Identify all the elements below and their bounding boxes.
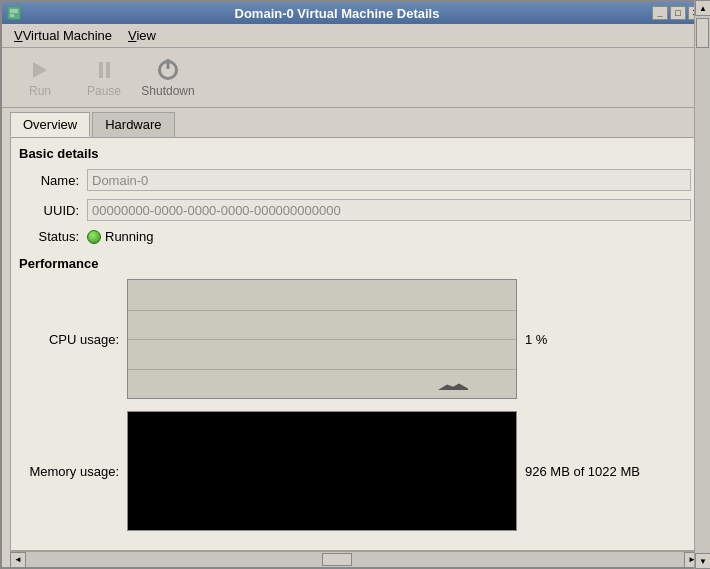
- pause-button[interactable]: Pause: [74, 54, 134, 102]
- main-panel: Basic details Name: UUID: Status: Runnin…: [10, 137, 700, 551]
- memory-chart: [127, 411, 517, 531]
- scroll-left-arrow[interactable]: ◄: [10, 552, 26, 568]
- hscroll-thumb[interactable]: [322, 553, 352, 566]
- pause-icon: [92, 58, 116, 82]
- content-area: Basic details Name: UUID: Status: Runnin…: [11, 138, 699, 550]
- name-field: [87, 169, 691, 191]
- window-title: Domain-0 Virtual Machine Details: [22, 6, 652, 21]
- horizontal-scrollbar[interactable]: ◄ ►: [10, 551, 700, 567]
- tabs-container: Overview Hardware: [2, 108, 708, 137]
- cpu-usage-row: CPU usage: 1 %: [19, 279, 691, 399]
- svg-rect-1: [10, 9, 18, 13]
- cpu-spike: [438, 382, 468, 390]
- restore-button[interactable]: □: [670, 6, 686, 20]
- tab-hardware[interactable]: Hardware: [92, 112, 174, 137]
- window-frame: Domain-0 Virtual Machine Details _ □ ✕ V…: [0, 0, 710, 569]
- status-label: Status:: [19, 229, 79, 244]
- toolbar: Run Pause Shutdown: [2, 48, 708, 108]
- hscroll-track[interactable]: [26, 552, 684, 567]
- minimize-button[interactable]: _: [652, 6, 668, 20]
- tab-overview[interactable]: Overview: [10, 112, 90, 137]
- scroll-track[interactable]: [695, 137, 700, 551]
- name-row: Name:: [19, 169, 691, 191]
- status-row: Status: Running: [19, 229, 691, 244]
- app-icon: [6, 5, 22, 21]
- run-icon: [28, 58, 52, 82]
- run-button[interactable]: Run: [10, 54, 70, 102]
- uuid-label: UUID:: [19, 203, 79, 218]
- svg-rect-2: [10, 14, 14, 17]
- name-label: Name:: [19, 173, 79, 188]
- menu-view[interactable]: View: [120, 26, 164, 45]
- shutdown-icon: [156, 58, 180, 82]
- uuid-row: UUID:: [19, 199, 691, 221]
- grid-line-1: [128, 310, 516, 311]
- shutdown-button[interactable]: Shutdown: [138, 54, 198, 102]
- cpu-value: 1 %: [525, 332, 635, 347]
- memory-value: 926 MB of 1022 MB: [525, 464, 640, 479]
- memory-usage-row: Memory usage: 926 MB of 1022 MB: [19, 411, 691, 531]
- memory-label: Memory usage:: [19, 464, 119, 479]
- menu-virtual-machine[interactable]: VVirtual Machine: [6, 26, 120, 45]
- cpu-chart: [127, 279, 517, 399]
- title-bar: Domain-0 Virtual Machine Details _ □ ✕: [2, 2, 708, 24]
- status-indicator-icon: [87, 230, 101, 244]
- uuid-field: [87, 199, 691, 221]
- status-value: Running: [105, 229, 153, 244]
- menu-bar: VVirtual Machine View: [2, 24, 708, 48]
- cpu-label: CPU usage:: [19, 332, 119, 347]
- basic-details-title: Basic details: [19, 146, 691, 161]
- grid-line-2: [128, 339, 516, 340]
- vertical-scrollbar[interactable]: ▲ ▼: [694, 137, 700, 551]
- performance-title: Performance: [19, 256, 691, 271]
- grid-line-3: [128, 369, 516, 370]
